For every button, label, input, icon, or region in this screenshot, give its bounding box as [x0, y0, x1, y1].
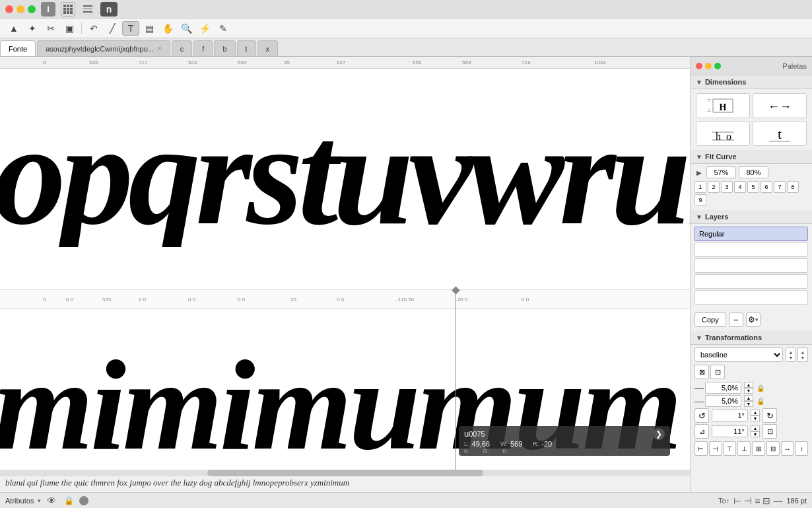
- canvas-area[interactable]: 0 535 717 523 694 35 627 656 569 719 104…: [0, 57, 690, 492]
- rotate-cw-button[interactable]: ↻: [762, 408, 777, 423]
- align-left-button[interactable]: ⊢: [694, 441, 708, 456]
- skew-down[interactable]: ▼: [751, 431, 760, 437]
- tab-c[interactable]: c: [172, 40, 193, 56]
- fit-btn-1[interactable]: 1: [694, 181, 706, 193]
- skew-stepper[interactable]: ▲ ▼: [751, 425, 760, 437]
- skew-input[interactable]: [712, 425, 748, 437]
- copy-button[interactable]: Copy: [694, 312, 726, 327]
- layer-item-4[interactable]: [694, 274, 808, 289]
- scale-x-icon[interactable]: ⊠: [694, 365, 709, 379]
- status-lock-icon[interactable]: 🔒: [62, 495, 75, 506]
- tab-x[interactable]: x: [257, 40, 279, 56]
- tab-asouzphy[interactable]: asouzphyvtdeglcCwrmijxqbfnpo... ×: [37, 40, 170, 56]
- distribute-v-button[interactable]: ↕: [795, 441, 808, 456]
- scale-y-input[interactable]: [705, 395, 741, 407]
- scale-x-stepper[interactable]: ▲ ▼: [744, 382, 753, 394]
- skew-icon2[interactable]: ⊡: [762, 424, 777, 439]
- bars-icon[interactable]: ≡: [755, 495, 760, 506]
- scale-y-up[interactable]: ▲: [744, 395, 753, 401]
- layer-item-regular[interactable]: Regular: [694, 227, 808, 241]
- rotate-down[interactable]: ▼: [751, 416, 760, 421]
- scale-y-icon[interactable]: ⊡: [710, 365, 725, 379]
- copy-minus-button[interactable]: −: [729, 312, 743, 327]
- transform-baseline-select[interactable]: baseline: [694, 347, 783, 362]
- fit-btn-4[interactable]: 4: [734, 181, 746, 193]
- menu-icon[interactable]: [81, 2, 95, 17]
- minus-status-icon[interactable]: —: [773, 495, 782, 506]
- tab-b[interactable]: b: [214, 40, 235, 56]
- layer-item-3[interactable]: [694, 258, 808, 273]
- tab-fonte[interactable]: Fonte: [0, 40, 36, 56]
- metrics-nav-arrow[interactable]: ❯: [653, 428, 665, 440]
- rect-tool[interactable]: ▣: [61, 21, 78, 36]
- fit-btn-2[interactable]: 2: [708, 181, 720, 193]
- rotate-ccw-button[interactable]: ↺: [694, 408, 709, 423]
- tab-close-icon[interactable]: ×: [158, 45, 162, 52]
- bars2-icon[interactable]: ⊟: [762, 495, 770, 506]
- maximize-button[interactable]: [28, 5, 36, 13]
- skew-up[interactable]: ▲: [751, 425, 760, 431]
- scale-x-input[interactable]: [705, 382, 741, 394]
- fit-btn-5[interactable]: 5: [747, 181, 759, 193]
- scale-y-stepper[interactable]: ▲ ▼: [744, 395, 753, 407]
- rotate-stepper[interactable]: ▲ ▼: [751, 410, 760, 421]
- fit-btn-6[interactable]: 6: [761, 181, 772, 193]
- transform-spinner-down[interactable]: ▲ ▼: [797, 347, 808, 362]
- align-center-h-button[interactable]: ⊣: [709, 441, 722, 456]
- status-attrs-label[interactable]: Atributos: [5, 497, 34, 505]
- align-top-button[interactable]: ⊥: [737, 441, 751, 456]
- close-button[interactable]: [5, 5, 13, 13]
- text-tool[interactable]: T: [122, 21, 139, 36]
- fit-curve-play-icon[interactable]: ▶: [694, 168, 704, 177]
- fit-btn-9[interactable]: 9: [694, 194, 706, 206]
- select-tool[interactable]: ▲: [5, 21, 22, 36]
- zoom-tool[interactable]: 🔍: [178, 21, 195, 36]
- measure-tool[interactable]: ⚡: [196, 21, 213, 36]
- pan-tool[interactable]: ✋: [159, 21, 176, 36]
- app-info-icon[interactable]: i: [41, 2, 55, 17]
- scale-x-up[interactable]: ▲: [744, 382, 753, 388]
- align-right-button[interactable]: ⊤: [724, 441, 737, 456]
- scrollbar-horizontal[interactable]: [0, 470, 690, 476]
- align-left-status-icon[interactable]: ⊢: [733, 495, 741, 506]
- scale-y-down[interactable]: ▼: [744, 401, 753, 407]
- layer-item-2[interactable]: [694, 242, 808, 257]
- dimensions-section-header[interactable]: ▼ Dimensions: [691, 75, 812, 89]
- scrollbar-thumb[interactable]: [207, 470, 483, 476]
- table-tool[interactable]: ▤: [141, 21, 158, 36]
- transform-spinner-up[interactable]: ▲ ▼: [786, 347, 796, 362]
- scale-link-icon[interactable]: 🔒: [756, 383, 765, 392]
- fit-curve-input1[interactable]: [706, 166, 736, 178]
- layers-section-header[interactable]: ▼ Layers: [691, 210, 812, 224]
- undo-tool[interactable]: ↶: [85, 21, 102, 36]
- panel-close-dot[interactable]: [696, 63, 702, 69]
- visibility-eye-icon[interactable]: 👁: [45, 495, 58, 506]
- fit-btn-7[interactable]: 7: [774, 181, 786, 193]
- pen-tool[interactable]: ╱: [104, 21, 121, 36]
- distribute-h-button[interactable]: ↔: [781, 441, 794, 456]
- scale-y-lock-icon[interactable]: 🔒: [756, 396, 765, 406]
- align-bottom-button[interactable]: ⊟: [766, 441, 780, 456]
- fit-btn-3[interactable]: 3: [721, 181, 733, 193]
- align-right-status-icon[interactable]: ⊣: [744, 495, 752, 506]
- layer-item-5[interactable]: [694, 290, 808, 305]
- draw-tool[interactable]: ✎: [215, 21, 232, 36]
- grid-view-icon[interactable]: [61, 2, 75, 17]
- fit-curve-section-header[interactable]: ▼ Fit Curve: [691, 150, 812, 164]
- panel-minimize-dot[interactable]: [705, 63, 712, 69]
- panel-maximize-dot[interactable]: [714, 63, 721, 69]
- node-tool[interactable]: ✦: [24, 21, 41, 36]
- rotate-input[interactable]: [712, 410, 748, 421]
- copy-gear-button[interactable]: ⚙ ▾: [746, 312, 761, 327]
- transformations-section-header[interactable]: ▼ Transformations: [691, 331, 812, 345]
- scale-x-down[interactable]: ▼: [744, 388, 753, 394]
- align-center-v-button[interactable]: ⊞: [752, 441, 765, 456]
- cut-tool[interactable]: ✂: [42, 21, 59, 36]
- tab-t[interactable]: t: [237, 40, 256, 56]
- skew-icon[interactable]: ⊿: [694, 424, 709, 439]
- tab-f[interactable]: f: [193, 40, 213, 56]
- rotate-up[interactable]: ▲: [751, 410, 760, 416]
- minimize-button[interactable]: [17, 5, 24, 13]
- fit-btn-8[interactable]: 8: [787, 181, 799, 193]
- fit-curve-input2[interactable]: [739, 166, 768, 178]
